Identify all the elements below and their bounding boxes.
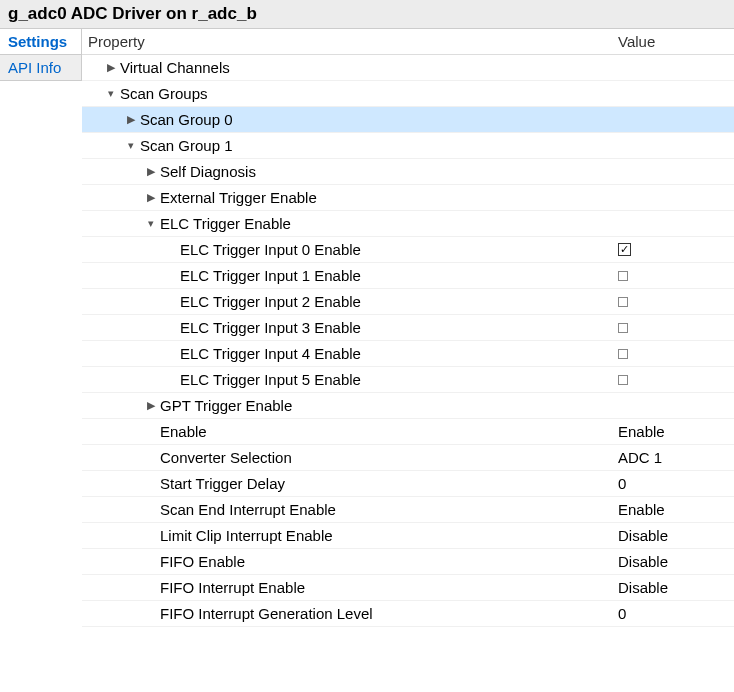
sidebar: Settings API Info bbox=[0, 29, 82, 81]
chevron-down-icon[interactable]: ▾ bbox=[104, 87, 118, 100]
column-header-value[interactable]: Value bbox=[614, 33, 734, 50]
tree-label: Start Trigger Delay bbox=[160, 475, 285, 492]
tree-row-external-trigger-enable[interactable]: ▶External Trigger Enable bbox=[82, 185, 734, 211]
tree-row-fifo-interrupt-level[interactable]: ▶FIFO Interrupt Generation Level 0 bbox=[82, 601, 734, 627]
tree-row-start-trigger-delay[interactable]: ▶Start Trigger Delay 0 bbox=[82, 471, 734, 497]
tree-row-gpt-trigger-enable[interactable]: ▶GPT Trigger Enable bbox=[82, 393, 734, 419]
tree-row-elc-input-5[interactable]: ▶ELC Trigger Input 5 Enable bbox=[82, 367, 734, 393]
tab-settings[interactable]: Settings bbox=[0, 29, 81, 55]
tree-label: FIFO Enable bbox=[160, 553, 245, 570]
tree-row-elc-input-2[interactable]: ▶ELC Trigger Input 2 Enable bbox=[82, 289, 734, 315]
tree-label: Limit Clip Interrupt Enable bbox=[160, 527, 333, 544]
tree-row-scan-end-interrupt[interactable]: ▶Scan End Interrupt Enable Enable bbox=[82, 497, 734, 523]
tree-label: External Trigger Enable bbox=[160, 189, 317, 206]
tree-label: Scan End Interrupt Enable bbox=[160, 501, 336, 518]
spacer: ▶ bbox=[144, 529, 158, 542]
spacer: ▶ bbox=[164, 347, 178, 360]
tree-row-fifo-interrupt-enable[interactable]: ▶FIFO Interrupt Enable Disable bbox=[82, 575, 734, 601]
tree-row-virtual-channels[interactable]: ▶Virtual Channels bbox=[82, 55, 734, 81]
chevron-right-icon[interactable]: ▶ bbox=[124, 113, 138, 126]
tree-label: Self Diagnosis bbox=[160, 163, 256, 180]
tree-label: FIFO Interrupt Generation Level bbox=[160, 605, 373, 622]
tree-row-self-diagnosis[interactable]: ▶Self Diagnosis bbox=[82, 159, 734, 185]
spacer: ▶ bbox=[164, 321, 178, 334]
tree-label: ELC Trigger Input 5 Enable bbox=[180, 371, 361, 388]
chevron-right-icon[interactable]: ▶ bbox=[144, 399, 158, 412]
spacer: ▶ bbox=[164, 243, 178, 256]
tab-api-info[interactable]: API Info bbox=[0, 55, 81, 81]
tree-label: Scan Group 1 bbox=[140, 137, 233, 154]
value-cell[interactable]: Enable bbox=[614, 423, 734, 440]
tree-row-elc-input-1[interactable]: ▶ELC Trigger Input 1 Enable bbox=[82, 263, 734, 289]
checkbox-unchecked-icon[interactable] bbox=[618, 297, 628, 307]
chevron-right-icon[interactable]: ▶ bbox=[144, 191, 158, 204]
checkbox-unchecked-icon[interactable] bbox=[618, 271, 628, 281]
spacer: ▶ bbox=[144, 451, 158, 464]
spacer: ▶ bbox=[164, 269, 178, 282]
tree-label: GPT Trigger Enable bbox=[160, 397, 292, 414]
tree-row-converter-selection[interactable]: ▶Converter Selection ADC 1 bbox=[82, 445, 734, 471]
spacer: ▶ bbox=[144, 607, 158, 620]
tree-label: Virtual Channels bbox=[120, 59, 230, 76]
tree-label: Scan Groups bbox=[120, 85, 208, 102]
spacer: ▶ bbox=[164, 373, 178, 386]
tree-label: Enable bbox=[160, 423, 207, 440]
tree-label: ELC Trigger Input 2 Enable bbox=[180, 293, 361, 310]
tree-row-elc-input-4[interactable]: ▶ELC Trigger Input 4 Enable bbox=[82, 341, 734, 367]
panel-title: g_adc0 ADC Driver on r_adc_b bbox=[0, 0, 734, 29]
chevron-right-icon[interactable]: ▶ bbox=[144, 165, 158, 178]
tree-label: FIFO Interrupt Enable bbox=[160, 579, 305, 596]
tree-row-elc-trigger-enable[interactable]: ▾ELC Trigger Enable bbox=[82, 211, 734, 237]
spacer: ▶ bbox=[144, 425, 158, 438]
tree-row-fifo-enable[interactable]: ▶FIFO Enable Disable bbox=[82, 549, 734, 575]
value-cell[interactable]: 0 bbox=[614, 475, 734, 492]
checkbox-checked-icon[interactable]: ✓ bbox=[618, 243, 631, 256]
tree-row-elc-input-0[interactable]: ▶ELC Trigger Input 0 Enable ✓ bbox=[82, 237, 734, 263]
value-cell[interactable]: Disable bbox=[614, 553, 734, 570]
value-cell[interactable]: ADC 1 bbox=[614, 449, 734, 466]
value-cell[interactable]: Disable bbox=[614, 579, 734, 596]
property-grid: Property Value ▶Virtual Channels ▾Scan G… bbox=[82, 29, 734, 627]
tree-row-limit-clip-interrupt[interactable]: ▶Limit Clip Interrupt Enable Disable bbox=[82, 523, 734, 549]
column-header-row: Property Value bbox=[82, 29, 734, 55]
tree-label: Converter Selection bbox=[160, 449, 292, 466]
tree-row-enable[interactable]: ▶Enable Enable bbox=[82, 419, 734, 445]
tree-label: ELC Trigger Input 3 Enable bbox=[180, 319, 361, 336]
tree-label: ELC Trigger Input 0 Enable bbox=[180, 241, 361, 258]
spacer: ▶ bbox=[164, 295, 178, 308]
column-header-property[interactable]: Property bbox=[82, 33, 614, 50]
tree-row-scan-group-0[interactable]: ▶Scan Group 0 bbox=[82, 107, 734, 133]
tree-label: ELC Trigger Input 4 Enable bbox=[180, 345, 361, 362]
chevron-down-icon[interactable]: ▾ bbox=[144, 217, 158, 230]
checkbox-unchecked-icon[interactable] bbox=[618, 349, 628, 359]
tree-row-elc-input-3[interactable]: ▶ELC Trigger Input 3 Enable bbox=[82, 315, 734, 341]
tree-row-scan-groups[interactable]: ▾Scan Groups bbox=[82, 81, 734, 107]
spacer: ▶ bbox=[144, 503, 158, 516]
spacer: ▶ bbox=[144, 555, 158, 568]
tree-label: Scan Group 0 bbox=[140, 111, 233, 128]
value-cell[interactable]: 0 bbox=[614, 605, 734, 622]
tree-label: ELC Trigger Input 1 Enable bbox=[180, 267, 361, 284]
spacer: ▶ bbox=[144, 581, 158, 594]
tree-row-scan-group-1[interactable]: ▾Scan Group 1 bbox=[82, 133, 734, 159]
chevron-down-icon[interactable]: ▾ bbox=[124, 139, 138, 152]
value-cell[interactable]: Enable bbox=[614, 501, 734, 518]
spacer: ▶ bbox=[144, 477, 158, 490]
chevron-right-icon[interactable]: ▶ bbox=[104, 61, 118, 74]
main-area: Settings API Info Property Value ▶Virtua… bbox=[0, 29, 734, 627]
value-cell[interactable]: Disable bbox=[614, 527, 734, 544]
tree-label: ELC Trigger Enable bbox=[160, 215, 291, 232]
checkbox-unchecked-icon[interactable] bbox=[618, 375, 628, 385]
checkbox-unchecked-icon[interactable] bbox=[618, 323, 628, 333]
